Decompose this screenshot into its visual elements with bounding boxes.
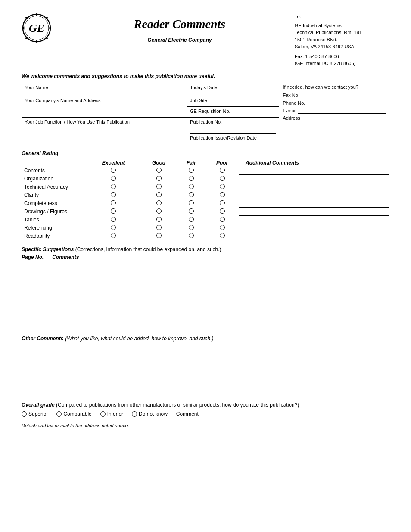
circle-fair-5[interactable]: [189, 208, 194, 214]
radio-excellent-0[interactable]: [86, 167, 140, 175]
radio-excellent-3[interactable]: [86, 191, 140, 199]
circle-excellent-1[interactable]: [111, 176, 116, 181]
radio-poor-8[interactable]: [206, 232, 239, 240]
circle-poor-2[interactable]: [220, 184, 225, 189]
radio-excellent-1[interactable]: [86, 175, 140, 183]
radio-good-7[interactable]: [140, 224, 177, 232]
radio-fair-5[interactable]: [177, 208, 206, 216]
radio-poor-6[interactable]: [206, 216, 239, 224]
radio-poor-0[interactable]: [206, 167, 239, 175]
circle-poor-8[interactable]: [220, 233, 225, 238]
email-line: E-mail: [283, 108, 386, 114]
th-fair: Fair: [177, 159, 206, 167]
circle-good-8[interactable]: [156, 233, 162, 238]
ge-logo: GE: [22, 13, 65, 44]
radio-excellent-5[interactable]: [86, 208, 140, 216]
job-site-cell: Job Site: [187, 96, 279, 106]
radio-fair-3[interactable]: [177, 191, 206, 199]
radio-poor-2[interactable]: [206, 183, 239, 191]
address-line2: Technical Publications, Rm. 191: [295, 29, 389, 36]
radio-fair-2[interactable]: [177, 183, 206, 191]
rating-comment-cell: [239, 175, 389, 183]
circle-fair-6[interactable]: [189, 217, 194, 222]
todays-date-cell: Today's Date: [187, 83, 279, 96]
circle-fair-8[interactable]: [189, 233, 194, 238]
circle-good-4[interactable]: [156, 200, 162, 205]
circle-good-3[interactable]: [156, 192, 162, 197]
svg-point-3: [36, 13, 38, 16]
radio-fair-7[interactable]: [177, 224, 206, 232]
circle-excellent-2[interactable]: [111, 184, 116, 189]
circle-fair-7[interactable]: [189, 225, 194, 230]
radio-poor-3[interactable]: [206, 191, 239, 199]
fax-line: Fax No.: [283, 92, 386, 98]
radio-excellent-2[interactable]: [86, 183, 140, 191]
ge-req-cell: GE Requisition No.: [187, 106, 279, 117]
circle-excellent-0[interactable]: [111, 168, 116, 173]
contact-cell: If needed, how can we contact you? Fax N…: [279, 83, 389, 143]
circle-fair-2[interactable]: [189, 184, 194, 189]
th-empty: [22, 159, 86, 167]
circle-excellent-4[interactable]: [111, 200, 116, 205]
circle-excellent-5[interactable]: [111, 208, 116, 214]
radio-good-4[interactable]: [140, 199, 177, 208]
circle-fair-4[interactable]: [189, 200, 194, 205]
radio-superior[interactable]: [22, 411, 27, 417]
address-area: To: GE Industrial Systems Technical Publ…: [295, 13, 389, 67]
radio-good-3[interactable]: [140, 191, 177, 199]
radio-poor-7[interactable]: [206, 224, 239, 232]
grade-superior: Superior: [22, 411, 48, 417]
overall-grade-strong: Overall grade: [22, 402, 55, 408]
circle-good-0[interactable]: [156, 168, 162, 173]
circle-poor-4[interactable]: [220, 200, 225, 205]
suggestions-section: Specific Suggestions (Corrections, infor…: [22, 246, 389, 260]
circle-good-6[interactable]: [156, 217, 162, 222]
radio-comparable[interactable]: [56, 411, 62, 417]
logo-area: GE: [22, 13, 65, 44]
circle-poor-0[interactable]: [220, 168, 225, 173]
circle-poor-1[interactable]: [220, 176, 225, 181]
circle-poor-7[interactable]: [220, 225, 225, 230]
radio-poor-4[interactable]: [206, 199, 239, 208]
radio-good-6[interactable]: [140, 216, 177, 224]
radio-excellent-6[interactable]: [86, 216, 140, 224]
radio-fair-0[interactable]: [177, 167, 206, 175]
radio-good-1[interactable]: [140, 175, 177, 183]
radio-good-0[interactable]: [140, 167, 177, 175]
circle-good-1[interactable]: [156, 176, 162, 181]
radio-excellent-4[interactable]: [86, 199, 140, 208]
pub-cells: Publication No. Publication Issue/Revisi…: [187, 117, 279, 143]
circle-poor-6[interactable]: [220, 217, 225, 222]
radio-fair-1[interactable]: [177, 175, 206, 183]
circle-excellent-8[interactable]: [111, 233, 116, 238]
circle-excellent-6[interactable]: [111, 217, 116, 222]
radio-excellent-7[interactable]: [86, 224, 140, 232]
radio-donotknow[interactable]: [132, 411, 137, 417]
circle-good-7[interactable]: [156, 225, 162, 230]
overall-grade-title: Overall grade (Compared to publications …: [22, 402, 389, 408]
circle-poor-3[interactable]: [220, 192, 225, 197]
radio-good-2[interactable]: [140, 183, 177, 191]
radio-good-5[interactable]: [140, 208, 177, 216]
circle-excellent-3[interactable]: [111, 192, 116, 197]
radio-fair-8[interactable]: [177, 232, 206, 240]
blank-lines-suggestions: [22, 264, 389, 333]
circle-good-2[interactable]: [156, 184, 162, 189]
circle-good-5[interactable]: [156, 208, 162, 214]
rating-row-label: Readability: [22, 232, 86, 240]
circle-fair-3[interactable]: [189, 192, 194, 197]
contact-header: If needed, how can we contact you?: [283, 84, 386, 90]
radio-poor-5[interactable]: [206, 208, 239, 216]
radio-fair-6[interactable]: [177, 216, 206, 224]
circle-fair-1[interactable]: [189, 176, 194, 181]
circle-poor-5[interactable]: [220, 208, 225, 214]
circle-excellent-7[interactable]: [111, 225, 116, 230]
radio-poor-1[interactable]: [206, 175, 239, 183]
welcome-text: We welcome comments and suggestions to m…: [22, 73, 389, 79]
svg-point-9: [25, 37, 27, 39]
radio-excellent-8[interactable]: [86, 232, 140, 240]
radio-fair-4[interactable]: [177, 199, 206, 208]
radio-good-8[interactable]: [140, 232, 177, 240]
circle-fair-0[interactable]: [189, 168, 194, 173]
radio-inferior[interactable]: [100, 411, 106, 417]
